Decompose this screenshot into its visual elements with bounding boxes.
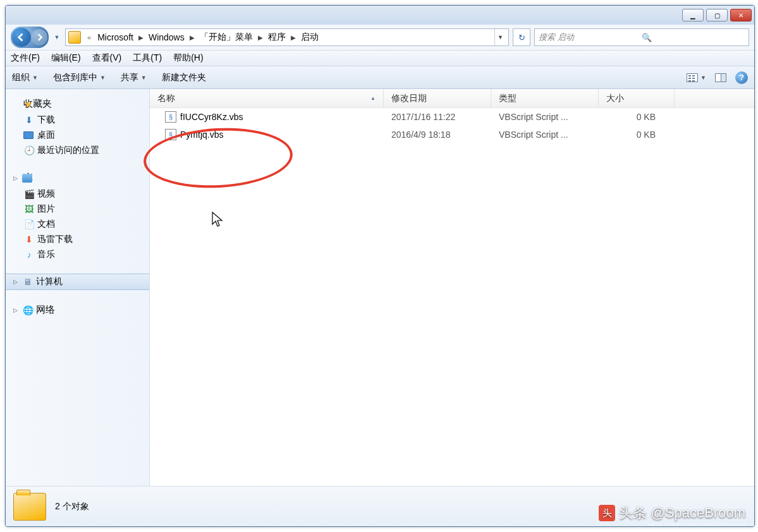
chevron-right-icon[interactable]: ▶ [136, 34, 146, 41]
view-list-icon [687, 73, 698, 82]
file-date: 2016/4/9 18:18 [384, 130, 491, 140]
file-type: VBScript Script ... [491, 112, 599, 122]
sidebar-item-label: 视频 [37, 188, 55, 200]
explorer-window: ▁ ▢ ✕ ▼ « Microsoft ▶ Windows ▶ 「开始」菜单 ▶… [5, 5, 755, 527]
sidebar-item-label: 桌面 [37, 130, 55, 141]
sidebar-item-xunlei[interactable]: ⬇ 迅雷下载 [6, 232, 149, 247]
column-label: 名称 [157, 93, 175, 104]
sidebar-favorites[interactable]: ★ 收藏夹 [6, 95, 149, 112]
breadcrumb-dropdown[interactable]: ▼ [494, 29, 506, 45]
column-name[interactable]: 名称 ▲ [150, 89, 384, 107]
column-size[interactable]: 大小 [599, 89, 675, 107]
sidebar-label: 网络 [36, 304, 55, 316]
sidebar-computer[interactable]: ▷ 🖥 计算机 [6, 274, 149, 290]
back-button[interactable] [12, 28, 31, 47]
sidebar-item-pictures[interactable]: 🖼 图片 [6, 202, 149, 217]
toolbar: 组织 ▼ 包含到库中 ▼ 共享 ▼ 新建文件夹 ▼ ? [6, 66, 754, 89]
nav-buttons [11, 27, 49, 48]
sidebar-item-desktop[interactable]: 桌面 [6, 128, 149, 143]
libraries-group: ▷ 库 🎬 视频 🖼 图片 📄 文档 ⬇ 迅雷下 [6, 169, 149, 262]
refresh-icon: ↻ [518, 33, 525, 42]
menu-bar: 文件(F) 编辑(E) 查看(V) 工具(T) 帮助(H) [6, 50, 754, 66]
sidebar-network[interactable]: ▷ 🌐 网络 [6, 301, 149, 318]
breadcrumb-item[interactable]: 程序 [266, 32, 288, 43]
chevron-right-icon[interactable]: ▶ [288, 34, 298, 41]
menu-edit[interactable]: 编辑(E) [51, 52, 81, 64]
desktop-icon [23, 131, 34, 139]
sidebar-item-downloads[interactable]: ⬇ 下载 [6, 112, 149, 128]
sidebar-item-videos[interactable]: 🎬 视频 [6, 186, 149, 202]
close-button[interactable]: ✕ [730, 9, 752, 21]
menu-file[interactable]: 文件(F) [11, 52, 40, 64]
sidebar-item-label: 图片 [37, 203, 55, 215]
minimize-button[interactable]: ▁ [682, 9, 704, 21]
column-type[interactable]: 类型 [491, 89, 599, 107]
sidebar-item-label: 音乐 [37, 249, 55, 260]
breadcrumb-item[interactable]: Microsoft [95, 32, 136, 42]
chevron-down-icon: ▼ [32, 75, 38, 81]
nav-history-dropdown[interactable]: ▼ [52, 34, 61, 40]
file-name: Pymtjq.vbs [180, 130, 223, 140]
sidebar-item-documents[interactable]: 📄 文档 [6, 217, 149, 232]
picture-icon: 🖼 [23, 203, 35, 215]
library-icon [22, 174, 32, 183]
breadcrumb-item[interactable]: 「开始」菜单 [197, 32, 255, 43]
organize-button[interactable]: 组织 ▼ [12, 72, 38, 83]
column-date[interactable]: 修改日期 [384, 89, 491, 107]
search-icon: 🔍 [642, 33, 745, 42]
file-row[interactable]: Pymtjq.vbs 2016/4/9 18:18 VBScript Scrip… [150, 126, 754, 143]
computer-group: ▷ 🖥 计算机 [6, 274, 149, 290]
arrow-right-icon [35, 33, 43, 41]
share-label: 共享 [121, 72, 138, 83]
file-type: VBScript Script ... [491, 130, 599, 140]
file-date: 2017/1/16 11:22 [384, 112, 491, 122]
thunder-icon: ⬇ [23, 234, 35, 245]
new-folder-button[interactable]: 新建文件夹 [162, 72, 206, 83]
menu-help[interactable]: 帮助(H) [173, 52, 203, 64]
include-label: 包含到库中 [53, 72, 97, 83]
file-row[interactable]: fIUCCyr8Kz.vbs 2017/1/16 11:22 VBScript … [150, 108, 754, 126]
refresh-button[interactable]: ↻ [513, 28, 530, 46]
expand-icon: ▷ [13, 279, 18, 285]
address-bar: ▼ « Microsoft ▶ Windows ▶ 「开始」菜单 ▶ 程序 ▶ … [6, 25, 754, 50]
content-area: ★ 收藏夹 ⬇ 下载 桌面 🕘 最近访问的位置 ▷ [6, 89, 754, 486]
recent-icon: 🕘 [23, 145, 35, 156]
download-icon: ⬇ [23, 114, 35, 126]
breadcrumb[interactable]: « Microsoft ▶ Windows ▶ 「开始」菜单 ▶ 程序 ▶ 启动… [65, 28, 509, 46]
help-button[interactable]: ? [735, 71, 748, 84]
file-size: 0 KB [599, 130, 675, 140]
preview-pane-button[interactable] [715, 73, 726, 82]
star-icon: ★ [22, 99, 34, 110]
sidebar-item-label: 文档 [37, 219, 55, 230]
menu-tools[interactable]: 工具(T) [133, 52, 162, 64]
folder-large-icon [13, 493, 46, 521]
breadcrumb-overflow[interactable]: « [83, 33, 95, 41]
computer-icon: 🖥 [22, 276, 34, 287]
toolbar-right: ▼ ? [687, 71, 748, 84]
maximize-button[interactable]: ▢ [706, 9, 728, 21]
view-mode-button[interactable]: ▼ [687, 73, 706, 82]
column-headers: 名称 ▲ 修改日期 类型 大小 [150, 89, 754, 108]
new-folder-label: 新建文件夹 [162, 72, 206, 83]
navigation-pane: ★ 收藏夹 ⬇ 下载 桌面 🕘 最近访问的位置 ▷ [6, 89, 150, 486]
sidebar-item-music[interactable]: ♪ 音乐 [6, 247, 149, 262]
sidebar-libraries[interactable]: ▷ 库 [6, 169, 149, 186]
music-icon: ♪ [23, 249, 35, 260]
chevron-right-icon[interactable]: ▶ [187, 34, 197, 41]
vbscript-icon [165, 129, 176, 140]
menu-view[interactable]: 查看(V) [92, 52, 122, 64]
network-group: ▷ 🌐 网络 [6, 301, 149, 318]
forward-button[interactable] [31, 29, 47, 45]
breadcrumb-item[interactable]: 启动 [298, 32, 321, 43]
breadcrumb-item[interactable]: Windows [146, 32, 187, 42]
sidebar-item-recent[interactable]: 🕘 最近访问的位置 [6, 143, 149, 158]
video-icon: 🎬 [23, 188, 35, 200]
include-library-button[interactable]: 包含到库中 ▼ [53, 72, 106, 83]
file-list: 名称 ▲ 修改日期 类型 大小 fIUCCyr8Kz.vbs 2017/1/16… [150, 89, 754, 486]
sidebar-label: 计算机 [36, 276, 63, 287]
search-input[interactable]: 搜索 启动 🔍 [534, 28, 749, 46]
file-name-cell: fIUCCyr8Kz.vbs [150, 111, 384, 123]
title-bar: ▁ ▢ ✕ [6, 6, 754, 25]
chevron-right-icon[interactable]: ▶ [255, 34, 266, 41]
share-button[interactable]: 共享 ▼ [121, 72, 147, 83]
